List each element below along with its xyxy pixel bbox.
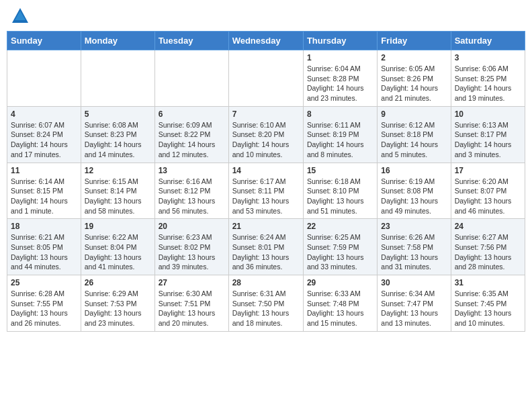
logo-icon — [11, 7, 30, 26]
calendar-cell: 25Sunrise: 6:28 AM Sunset: 7:55 PM Dayli… — [7, 275, 81, 332]
calendar-cell: 13Sunrise: 6:16 AM Sunset: 8:12 PM Dayli… — [154, 163, 228, 219]
cell-content: Sunrise: 6:18 AM Sunset: 8:10 PM Dayligh… — [307, 177, 373, 216]
cell-content: Sunrise: 6:19 AM Sunset: 8:08 PM Dayligh… — [381, 177, 447, 216]
weekday-header-saturday: Saturday — [451, 32, 525, 50]
calendar-cell: 7Sunrise: 6:10 AM Sunset: 8:20 PM Daylig… — [228, 106, 303, 163]
cell-content: Sunrise: 6:25 AM Sunset: 7:59 PM Dayligh… — [307, 232, 373, 272]
cell-content: Sunrise: 6:14 AM Sunset: 8:15 PM Dayligh… — [11, 177, 77, 216]
cell-content: Sunrise: 6:09 AM Sunset: 8:22 PM Dayligh… — [159, 120, 225, 160]
day-number: 3 — [455, 53, 521, 62]
cell-content: Sunrise: 6:29 AM Sunset: 7:53 PM Dayligh… — [85, 289, 151, 328]
cell-content: Sunrise: 6:24 AM Sunset: 8:01 PM Dayligh… — [232, 232, 300, 272]
day-number: 30 — [381, 278, 447, 287]
calendar-cell: 2Sunrise: 6:05 AM Sunset: 8:26 PM Daylig… — [378, 50, 451, 107]
calendar-cell — [228, 50, 303, 107]
day-number: 21 — [232, 222, 300, 231]
weekday-header-tuesday: Tuesday — [154, 32, 228, 50]
calendar-cell: 16Sunrise: 6:19 AM Sunset: 8:08 PM Dayli… — [378, 163, 451, 219]
weekday-header-wednesday: Wednesday — [228, 32, 303, 50]
weekday-header-sunday: Sunday — [7, 32, 81, 50]
calendar-cell: 26Sunrise: 6:29 AM Sunset: 7:53 PM Dayli… — [81, 275, 154, 332]
day-number: 25 — [11, 278, 77, 287]
weekday-header-row: SundayMondayTuesdayWednesdayThursdayFrid… — [7, 32, 525, 50]
calendar-week-row: 18Sunrise: 6:21 AM Sunset: 8:05 PM Dayli… — [7, 219, 525, 275]
day-number: 16 — [381, 166, 447, 175]
cell-content: Sunrise: 6:17 AM Sunset: 8:11 PM Dayligh… — [232, 177, 300, 216]
cell-content: Sunrise: 6:06 AM Sunset: 8:25 PM Dayligh… — [455, 64, 521, 103]
calendar-cell: 30Sunrise: 6:34 AM Sunset: 7:47 PM Dayli… — [378, 275, 451, 332]
day-number: 27 — [159, 278, 225, 287]
calendar-cell — [81, 50, 154, 107]
calendar-cell: 27Sunrise: 6:30 AM Sunset: 7:51 PM Dayli… — [154, 275, 228, 332]
cell-content: Sunrise: 6:11 AM Sunset: 8:19 PM Dayligh… — [307, 120, 373, 160]
day-number: 10 — [455, 109, 521, 119]
cell-content: Sunrise: 6:31 AM Sunset: 7:50 PM Dayligh… — [232, 289, 300, 328]
cell-content: Sunrise: 6:34 AM Sunset: 7:47 PM Dayligh… — [381, 289, 447, 328]
day-number: 12 — [85, 166, 151, 175]
day-number: 28 — [232, 278, 300, 287]
weekday-header-friday: Friday — [378, 32, 451, 50]
day-number: 20 — [159, 222, 225, 231]
calendar-cell — [154, 50, 228, 107]
day-number: 26 — [85, 278, 151, 287]
cell-content: Sunrise: 6:15 AM Sunset: 8:14 PM Dayligh… — [85, 177, 151, 216]
calendar-cell: 4Sunrise: 6:07 AM Sunset: 8:24 PM Daylig… — [7, 106, 81, 163]
calendar-week-row: 4Sunrise: 6:07 AM Sunset: 8:24 PM Daylig… — [7, 106, 525, 163]
cell-content: Sunrise: 6:26 AM Sunset: 7:58 PM Dayligh… — [381, 232, 447, 272]
day-number: 24 — [455, 222, 521, 231]
cell-content: Sunrise: 6:27 AM Sunset: 7:56 PM Dayligh… — [455, 232, 521, 272]
day-number: 17 — [455, 166, 521, 175]
calendar-cell: 11Sunrise: 6:14 AM Sunset: 8:15 PM Dayli… — [7, 163, 81, 219]
cell-content: Sunrise: 6:04 AM Sunset: 8:28 PM Dayligh… — [307, 64, 373, 103]
calendar-cell: 20Sunrise: 6:23 AM Sunset: 8:02 PM Dayli… — [154, 219, 228, 275]
calendar-cell: 1Sunrise: 6:04 AM Sunset: 8:28 PM Daylig… — [303, 50, 377, 107]
calendar-cell: 14Sunrise: 6:17 AM Sunset: 8:11 PM Dayli… — [228, 163, 303, 219]
cell-content: Sunrise: 6:28 AM Sunset: 7:55 PM Dayligh… — [11, 289, 77, 328]
day-number: 7 — [232, 109, 300, 119]
day-number: 29 — [307, 278, 373, 287]
day-number: 23 — [381, 222, 447, 231]
calendar-cell: 23Sunrise: 6:26 AM Sunset: 7:58 PM Dayli… — [378, 219, 451, 275]
page-header — [7, 7, 525, 26]
day-number: 18 — [11, 222, 77, 231]
calendar-cell: 18Sunrise: 6:21 AM Sunset: 8:05 PM Dayli… — [7, 219, 81, 275]
logo — [9, 7, 30, 26]
calendar-cell: 31Sunrise: 6:35 AM Sunset: 7:45 PM Dayli… — [451, 275, 525, 332]
calendar-cell: 5Sunrise: 6:08 AM Sunset: 8:23 PM Daylig… — [81, 106, 154, 163]
calendar-cell — [7, 50, 81, 107]
calendar-week-row: 1Sunrise: 6:04 AM Sunset: 8:28 PM Daylig… — [7, 50, 525, 107]
day-number: 13 — [159, 166, 225, 175]
cell-content: Sunrise: 6:35 AM Sunset: 7:45 PM Dayligh… — [455, 289, 521, 328]
cell-content: Sunrise: 6:16 AM Sunset: 8:12 PM Dayligh… — [159, 177, 225, 216]
calendar-cell: 8Sunrise: 6:11 AM Sunset: 8:19 PM Daylig… — [303, 106, 377, 163]
cell-content: Sunrise: 6:10 AM Sunset: 8:20 PM Dayligh… — [232, 120, 300, 160]
day-number: 1 — [307, 53, 373, 62]
day-number: 11 — [11, 166, 77, 175]
day-number: 5 — [85, 109, 151, 119]
calendar-cell: 3Sunrise: 6:06 AM Sunset: 8:25 PM Daylig… — [451, 50, 525, 107]
cell-content: Sunrise: 6:33 AM Sunset: 7:48 PM Dayligh… — [307, 289, 373, 328]
day-number: 15 — [307, 166, 373, 175]
calendar-cell: 12Sunrise: 6:15 AM Sunset: 8:14 PM Dayli… — [81, 163, 154, 219]
calendar-cell: 21Sunrise: 6:24 AM Sunset: 8:01 PM Dayli… — [228, 219, 303, 275]
calendar-cell: 19Sunrise: 6:22 AM Sunset: 8:04 PM Dayli… — [81, 219, 154, 275]
day-number: 8 — [307, 109, 373, 119]
calendar-cell: 15Sunrise: 6:18 AM Sunset: 8:10 PM Dayli… — [303, 163, 377, 219]
cell-content: Sunrise: 6:07 AM Sunset: 8:24 PM Dayligh… — [11, 120, 77, 160]
cell-content: Sunrise: 6:22 AM Sunset: 8:04 PM Dayligh… — [85, 232, 151, 272]
cell-content: Sunrise: 6:30 AM Sunset: 7:51 PM Dayligh… — [159, 289, 225, 328]
calendar-table: SundayMondayTuesdayWednesdayThursdayFrid… — [7, 31, 525, 332]
day-number: 2 — [381, 53, 447, 62]
calendar-cell: 24Sunrise: 6:27 AM Sunset: 7:56 PM Dayli… — [451, 219, 525, 275]
cell-content: Sunrise: 6:20 AM Sunset: 8:07 PM Dayligh… — [455, 177, 521, 216]
calendar-cell: 6Sunrise: 6:09 AM Sunset: 8:22 PM Daylig… — [154, 106, 228, 163]
calendar-cell: 10Sunrise: 6:13 AM Sunset: 8:17 PM Dayli… — [451, 106, 525, 163]
calendar-week-row: 11Sunrise: 6:14 AM Sunset: 8:15 PM Dayli… — [7, 163, 525, 219]
day-number: 6 — [159, 109, 225, 119]
calendar-cell: 22Sunrise: 6:25 AM Sunset: 7:59 PM Dayli… — [303, 219, 377, 275]
weekday-header-monday: Monday — [81, 32, 154, 50]
cell-content: Sunrise: 6:21 AM Sunset: 8:05 PM Dayligh… — [11, 232, 77, 272]
day-number: 4 — [11, 109, 77, 119]
calendar-cell: 9Sunrise: 6:12 AM Sunset: 8:18 PM Daylig… — [378, 106, 451, 163]
calendar-week-row: 25Sunrise: 6:28 AM Sunset: 7:55 PM Dayli… — [7, 275, 525, 332]
